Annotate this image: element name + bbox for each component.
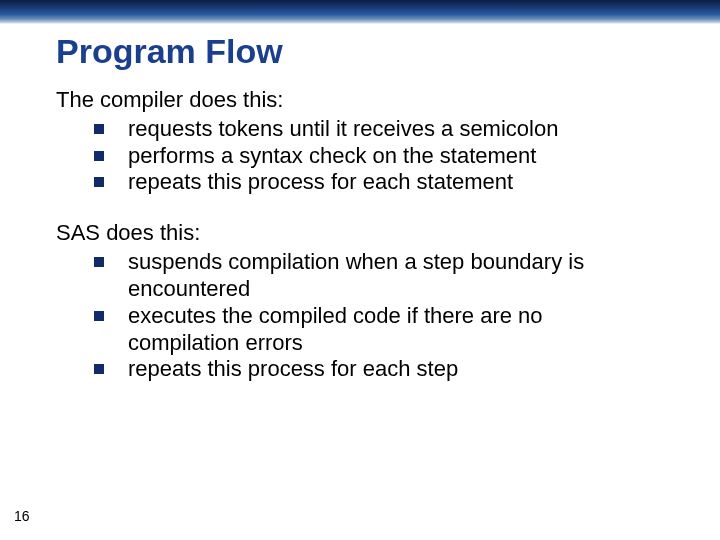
square-bullet-icon (94, 124, 104, 134)
slide-title: Program Flow (56, 32, 680, 71)
square-bullet-icon (94, 257, 104, 267)
bullet-list-2: suspends compilation when a step boundar… (56, 249, 680, 383)
list-item: executes the compiled code if there are … (82, 303, 680, 357)
slide-body: Program Flow The compiler does this: req… (0, 32, 720, 383)
list-item: repeats this process for each step (82, 356, 680, 383)
section-lead: The compiler does this: (56, 87, 680, 114)
list-item: performs a syntax check on the statement (82, 143, 680, 170)
square-bullet-icon (94, 364, 104, 374)
list-item: repeats this process for each statement (82, 169, 680, 196)
list-item-text: repeats this process for each statement (128, 169, 513, 194)
list-item-text: executes the compiled code if there are … (128, 303, 543, 355)
square-bullet-icon (94, 177, 104, 187)
bullet-list-1: requests tokens until it receives a semi… (56, 116, 680, 196)
page-number: 16 (14, 508, 30, 524)
list-item: suspends compilation when a step boundar… (82, 249, 680, 303)
section-lead: SAS does this: (56, 220, 680, 247)
list-item-text: requests tokens until it receives a semi… (128, 116, 558, 141)
list-item-text: repeats this process for each step (128, 356, 458, 381)
header-banner (0, 0, 720, 24)
list-item-text: suspends compilation when a step boundar… (128, 249, 584, 301)
square-bullet-icon (94, 311, 104, 321)
list-item-text: performs a syntax check on the statement (128, 143, 536, 168)
list-item: requests tokens until it receives a semi… (82, 116, 680, 143)
square-bullet-icon (94, 151, 104, 161)
